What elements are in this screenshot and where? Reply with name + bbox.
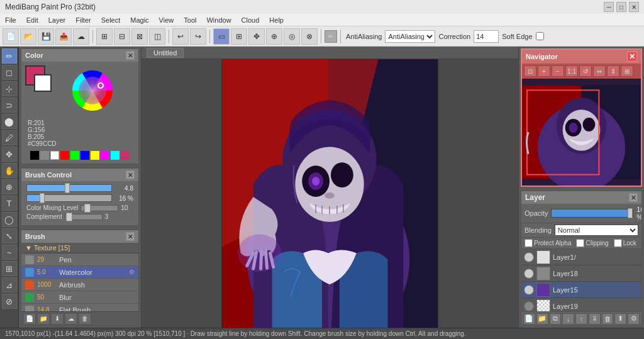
toolbar-save[interactable]: 💾 (38, 28, 54, 45)
toolbar-redo[interactable]: ↪ (190, 28, 206, 45)
background-swatch[interactable] (34, 74, 52, 92)
layer-19-visibility[interactable] (524, 301, 534, 311)
layer-18-visibility[interactable] (524, 269, 534, 279)
toolbar-snap2[interactable]: ◎ (284, 28, 300, 45)
color-panel-close[interactable]: ✕ (126, 51, 135, 60)
layer-import[interactable]: ⬆ (614, 313, 626, 325)
tool-extra1[interactable]: ⊞ (2, 261, 17, 276)
layer-delete[interactable]: 🗑 (602, 313, 614, 325)
brush-watercolor-settings[interactable]: ⚙ (129, 269, 135, 275)
layer-new[interactable]: 📄 (523, 313, 535, 325)
layer-merge[interactable]: ⇓ (589, 313, 601, 325)
nav-flip-v[interactable]: ⇕ (607, 65, 619, 77)
swatch-yellow[interactable] (91, 151, 99, 160)
brush-cloud[interactable]: ☁ (65, 313, 77, 325)
swatch-white[interactable] (50, 151, 59, 160)
swatch-cyan[interactable] (111, 151, 119, 160)
layer-item-19[interactable]: Layer19 (521, 298, 641, 311)
toolbar-select-all[interactable]: ⊞ (231, 28, 247, 45)
brush-new[interactable]: 📄 (23, 313, 36, 325)
canvas-tab-untitled[interactable]: Untitled (147, 48, 184, 58)
swatch-gray[interactable] (40, 151, 49, 160)
toolbar-new[interactable]: 📄 (3, 28, 19, 45)
nav-grid[interactable]: ⊞ (621, 65, 633, 77)
layer-item-1[interactable]: Layer1/ (521, 249, 641, 265)
toolbar-grid[interactable]: ⊞ (96, 28, 113, 45)
navigator-close[interactable]: ✕ (627, 52, 637, 62)
tool-fill[interactable]: ⬤ (2, 114, 17, 129)
brush-size-slider[interactable] (26, 184, 112, 192)
layer-close[interactable]: ✕ (629, 193, 638, 202)
toolbar-undo[interactable]: ↩ (172, 28, 189, 45)
layer-15-visibility[interactable] (524, 285, 534, 295)
clipping-option[interactable]: Clipping (576, 239, 608, 247)
menu-edit[interactable]: Edit (21, 14, 43, 26)
layer-1-visibility[interactable] (524, 252, 534, 262)
tool-lasso[interactable]: ⊃ (2, 97, 17, 113)
toolbar-open[interactable]: 📂 (20, 28, 36, 45)
tool-blur[interactable]: ~ (2, 245, 17, 260)
tool-text[interactable]: T (2, 196, 17, 211)
tool-zoom[interactable]: ⊕ (2, 179, 17, 194)
minimize-button[interactable]: ─ (604, 2, 614, 12)
tool-transform[interactable]: ⤡ (2, 228, 17, 243)
swatch-green[interactable] (70, 151, 79, 160)
protect-alpha-option[interactable]: Protect Alpha (525, 239, 571, 247)
menu-view[interactable]: View (154, 14, 179, 26)
layer-settings[interactable]: ⚙ (628, 313, 640, 325)
toolbar-snap3[interactable]: ⊗ (301, 28, 318, 45)
brush-control-close[interactable]: ✕ (126, 170, 135, 179)
antialiasing-select[interactable]: AntiAliasing (385, 30, 435, 43)
nav-zoom-100[interactable]: 1:1 (565, 65, 578, 77)
nav-zoom-out[interactable]: − (552, 65, 564, 77)
brush-category[interactable]: ▼ Texture [15] (21, 243, 138, 253)
swatch-magenta[interactable] (101, 151, 109, 160)
tool-extra2[interactable]: ⊿ (2, 277, 17, 292)
soft-edge-checkbox[interactable] (536, 32, 544, 40)
menu-window[interactable]: Window (201, 14, 236, 26)
brush-item-pen[interactable]: 29 Pen (21, 253, 138, 266)
nav-flip-h[interactable]: ⇔ (593, 65, 606, 77)
tool-hand[interactable]: ✋ (2, 163, 17, 178)
layer-item-15[interactable]: Layer15 (521, 282, 641, 298)
layer-duplicate[interactable]: ⧉ (550, 313, 562, 325)
menu-layer[interactable]: Layer (43, 14, 71, 26)
brush-folder[interactable]: 📁 (37, 313, 50, 325)
swatch-current[interactable] (121, 151, 130, 160)
brush-item-flatbrush[interactable]: 14.8 Flat Brush (21, 304, 138, 311)
toolbar-export[interactable]: 📤 (55, 28, 72, 45)
tool-move[interactable]: ✥ (2, 147, 17, 162)
layer-folder[interactable]: 📁 (536, 313, 548, 325)
swatch-black[interactable] (30, 151, 39, 160)
layer-move-down[interactable]: ↓ (562, 313, 574, 325)
protect-alpha-checkbox[interactable] (525, 239, 533, 247)
toolbar-publish[interactable]: ☁ (73, 28, 89, 45)
lock-checkbox[interactable] (614, 239, 622, 247)
layer-move-up[interactable]: ↑ (575, 313, 587, 325)
canvas-viewport[interactable] (142, 59, 518, 328)
menu-help[interactable]: Help (264, 14, 289, 26)
brush-item-watercolor[interactable]: 5.0 Watercolor ⚙ (21, 266, 138, 279)
layer-opacity-slider[interactable] (551, 209, 633, 218)
tool-eraser[interactable]: ◻ (2, 65, 17, 80)
nav-zoom-fit[interactable]: ⊡ (524, 65, 536, 77)
tool-eyedropper[interactable]: 🖊 (2, 130, 17, 145)
clipping-checkbox[interactable] (576, 239, 584, 247)
toolbar-layer-btn[interactable]: ⊠ (131, 28, 148, 45)
brush-opacity-slider[interactable] (26, 194, 112, 202)
toolbar-transform[interactable]: ✥ (248, 28, 265, 45)
brush-mixing-slider[interactable] (80, 205, 118, 211)
color-wheel-area[interactable] (58, 65, 135, 117)
correction-input[interactable] (474, 30, 499, 43)
maximize-button[interactable]: □ (616, 2, 626, 12)
menu-magic[interactable]: Magic (125, 14, 153, 26)
layer-blend-select[interactable]: Normal Multiply Screen Overlay (555, 225, 638, 236)
menu-filter[interactable]: Filter (70, 14, 96, 26)
nav-rotate[interactable]: ↺ (579, 65, 592, 77)
swatch-red[interactable] (60, 151, 69, 160)
tool-select[interactable]: ⊹ (2, 81, 17, 96)
menu-file[interactable]: File (0, 14, 21, 26)
close-button[interactable]: ✕ (629, 2, 639, 12)
toolbar-grid2[interactable]: ⊟ (114, 28, 130, 45)
tool-pen[interactable]: ✏ (2, 48, 17, 64)
